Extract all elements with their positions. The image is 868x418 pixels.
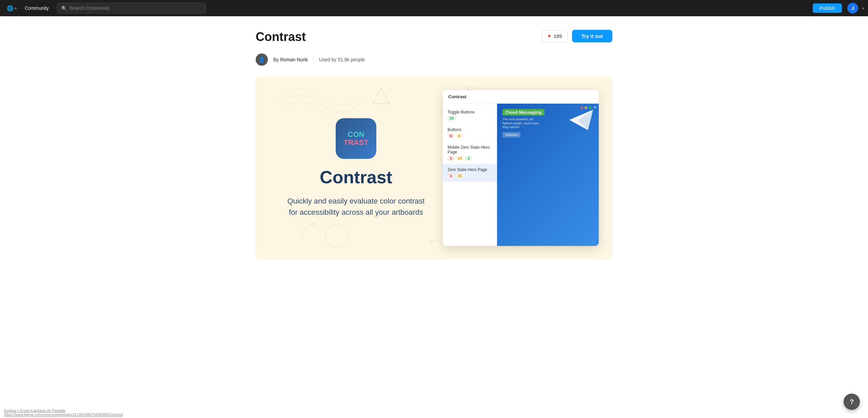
panel-item-zero-hero[interactable]: Zero State Hero Page 1 35 — [443, 164, 497, 182]
cloud-title: Cloud Messaging — [502, 109, 545, 116]
badge-24: 24 — [448, 116, 456, 121]
panel-header: Contrast — [443, 90, 599, 104]
used-by-label: Used by 51.8k people — [319, 57, 365, 62]
preview-left: CON TRAST Contrast Quickly and easily ev… — [269, 118, 443, 218]
item-badges-zero: 1 35 — [448, 173, 492, 178]
svg-marker-6 — [578, 110, 593, 130]
item-badges-toggle: 24 — [448, 116, 492, 121]
deco-top-lines — [276, 83, 371, 124]
search-bar[interactable]: 🔍 — [57, 3, 206, 14]
cloud-cta-button[interactable]: Solutions — [502, 132, 520, 138]
badge-z1: 1 — [448, 173, 454, 178]
try-it-out-button[interactable]: Try it out — [572, 30, 612, 42]
header-actions: ♥ 189 Try it out — [542, 30, 612, 42]
footer-link-url[interactable]: https://www.figma.com/community/plugin/3… — [4, 413, 123, 417]
icon-con: CON — [343, 130, 368, 139]
plugin-preview: CON TRAST Contrast Quickly and easily ev… — [256, 77, 612, 259]
svg-point-4 — [325, 224, 349, 248]
user-chevron-icon[interactable]: ▾ — [862, 6, 864, 10]
badge-6: 6 — [448, 133, 454, 138]
like-count: 189 — [554, 33, 562, 39]
author-name: By Roman Nurik — [273, 57, 308, 62]
item-badges-buttons: 6 8 — [448, 133, 492, 138]
preview-right: Contrast Toggle Buttons 24 Buttons — [443, 90, 599, 246]
globe-chevron-icon: ▾ — [15, 6, 17, 10]
item-name-toggle: Toggle Buttons — [448, 110, 492, 114]
item-name-zero: Zero State Hero Page — [448, 167, 492, 172]
preview-plugin-title: Contrast — [320, 167, 392, 187]
badge-m2: 2 — [465, 156, 472, 161]
like-button[interactable]: ♥ 189 — [542, 30, 568, 42]
badge-8: 8 — [456, 133, 462, 138]
plugin-icon-text: CON TRAST — [343, 130, 368, 147]
community-label: Community — [22, 4, 52, 12]
panel-item-toggle-buttons[interactable]: Toggle Buttons 24 — [443, 106, 497, 124]
title-row: Contrast ♥ 189 Try it out — [256, 30, 612, 51]
panel-preview-area: Cloud Messaging The most powerful, yet l… — [497, 104, 599, 246]
help-button[interactable]: ? — [844, 394, 860, 410]
badge-m1: 1 — [448, 156, 454, 161]
author-avatar: 👤 — [256, 54, 268, 66]
plugin-meta: 👤 By Roman Nurik Used by 51.8k people — [256, 54, 612, 66]
footer-links: Explica y Envía Capturas de Pantalla htt… — [4, 409, 123, 417]
cloud-subtitle: The most powerful, yet lightest weight, … — [502, 118, 543, 129]
deco-triangle-1 — [371, 87, 391, 107]
paper-plane-icon — [568, 106, 595, 135]
globe-button[interactable]: 🌐 ▾ — [4, 4, 19, 13]
globe-icon: 🌐 — [7, 5, 14, 12]
badge-m14: 14 — [456, 156, 464, 161]
meta-divider — [313, 56, 314, 63]
main-content: Contrast ♥ 189 Try it out 👤 By Roman Nur… — [0, 0, 868, 418]
badge-z35: 35 — [456, 173, 464, 178]
deco-circle-1 — [323, 222, 351, 249]
panel-item-mobile-hero[interactable]: Mobile Zero State Hero Page 1 14 2 — [443, 142, 497, 164]
panel-item-buttons[interactable]: Buttons 6 8 — [443, 124, 497, 142]
preview-subtitle: Quickly and easily evaluate color contra… — [285, 195, 427, 218]
item-name-buttons: Buttons — [448, 127, 492, 132]
search-input[interactable] — [70, 5, 202, 11]
panel-items-list: Toggle Buttons 24 Buttons 6 8 — [443, 104, 497, 246]
content-area: Contrast ♥ 189 Try it out 👤 By Roman Nur… — [248, 16, 620, 259]
footer-link-explain[interactable]: Explica y Envía Capturas de Pantalla — [4, 409, 65, 413]
top-navigation: 🌐 ▾ Community 🔍 Publish J ▾ — [0, 0, 868, 16]
svg-marker-0 — [373, 88, 390, 104]
avatar[interactable]: J — [847, 3, 858, 14]
page-title: Contrast — [256, 30, 306, 44]
heart-icon: ♥ — [548, 33, 551, 39]
cloud-messaging-preview: Cloud Messaging The most powerful, yet l… — [497, 104, 599, 246]
item-name-mobile: Mobile Zero State Hero Page — [448, 145, 492, 154]
deco-arrow-1 — [300, 222, 317, 239]
icon-trast: TRAST — [343, 139, 368, 147]
plugin-panel: Contrast Toggle Buttons 24 Buttons — [443, 90, 599, 246]
panel-content: Toggle Buttons 24 Buttons 6 8 — [443, 104, 599, 246]
item-badges-mobile: 1 14 2 — [448, 156, 492, 161]
publish-button[interactable]: Publish — [813, 3, 842, 13]
plugin-icon: CON TRAST — [336, 118, 376, 159]
search-icon: 🔍 — [61, 6, 67, 11]
